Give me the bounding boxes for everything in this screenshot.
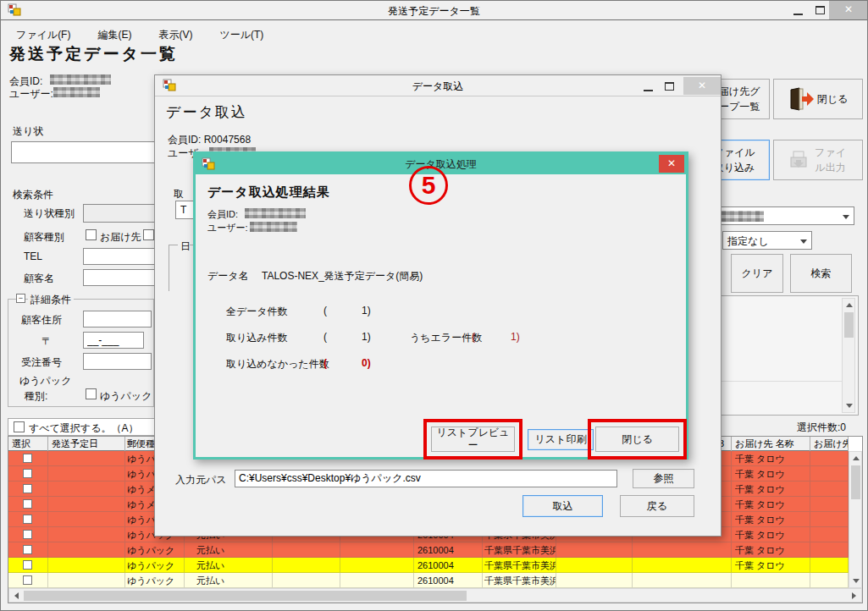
close-button[interactable]: ✕ <box>659 155 684 173</box>
postal-symbol-label: 〒 <box>41 334 52 349</box>
grid-vertical-scrollbar[interactable] <box>849 451 862 588</box>
menu-view[interactable]: 表示(V) <box>158 28 192 42</box>
row-select-cell <box>8 573 48 588</box>
menu-edit[interactable]: 編集(E) <box>97 28 131 42</box>
menu-file[interactable]: ファイル(F) <box>16 28 70 42</box>
error-count-value: 1) <box>511 331 520 343</box>
maximize-button[interactable] <box>665 82 674 91</box>
row-checkbox[interactable] <box>23 454 32 463</box>
table-row[interactable]: ゆうパック 元払い 2610004 千葉県千葉市美浜区 <box>8 573 849 588</box>
scroll-up-icon[interactable] <box>853 456 860 460</box>
payment-cell: 元払い <box>185 542 273 558</box>
search-button[interactable]: 検索 <box>790 254 852 293</box>
close-button[interactable]: ✕ <box>829 1 868 19</box>
menu-bar: ファイル(F) 編集(E) 表示(V) ツール(T) <box>16 28 263 42</box>
panel-scrollbar[interactable] <box>842 298 855 413</box>
user-label: ユーザー: <box>207 222 248 234</box>
cell <box>810 451 849 466</box>
shitei-combo[interactable]: 指定なし <box>722 231 812 250</box>
yupack-checkbox[interactable] <box>86 388 97 399</box>
order-no-input[interactable] <box>83 353 152 370</box>
address-cell: 千葉県千葉市美浜区 <box>483 542 556 558</box>
clear-button[interactable]: クリア <box>731 254 783 293</box>
collapse-icon[interactable]: − <box>16 294 25 303</box>
window-title: 発送予定データ一覧 <box>1 4 867 19</box>
cell <box>633 542 732 558</box>
shitei-combo-value: 指定なし <box>727 234 769 249</box>
table-row[interactable]: ゆうパック 元払い 2610004 千葉県千葉市美浜区 千葉 タロウ <box>8 558 849 573</box>
select-all-checkbox[interactable] <box>14 421 25 432</box>
back-label: 戻る <box>647 500 667 513</box>
chevron-down-icon <box>800 239 807 244</box>
import-button[interactable]: 取込 <box>522 495 603 517</box>
scrollbar-thumb[interactable] <box>24 591 467 601</box>
recipient-cell <box>732 573 810 588</box>
window-close-button[interactable]: 閉じる <box>773 79 863 119</box>
total-count-label: 全データ件数 <box>226 305 288 319</box>
detail-conditions-label: 詳細条件 <box>28 293 74 307</box>
header-recipient-name[interactable]: お届け先 名称 <box>732 437 810 451</box>
delivery-checkbox-label: お届け先 <box>100 230 141 245</box>
browse-button[interactable]: 参照 <box>633 469 694 488</box>
list-print-button[interactable]: リスト印刷 <box>528 429 594 450</box>
input-path-label: 入力元パス <box>175 473 227 487</box>
search-conditions-label: 検索条件 <box>13 188 53 202</box>
header-recipient-next[interactable]: お届け先 <box>810 437 849 451</box>
row-checkbox[interactable] <box>23 575 32 585</box>
table-row[interactable]: ゆうパック 元払い 2610004 千葉県千葉市美浜区 千葉 タロウ <box>8 542 849 558</box>
scroll-right-icon[interactable] <box>852 592 856 599</box>
row-checkbox[interactable] <box>23 515 32 524</box>
order-no-label: 受注番号 <box>21 355 62 370</box>
minimize-button[interactable] <box>793 8 803 15</box>
back-button[interactable]: 戻る <box>620 495 694 517</box>
main-titlebar: 発送予定データ一覧 ✕ <box>1 1 867 20</box>
chevron-down-icon <box>843 215 849 219</box>
failed-count-label: 取り込めなかった件数 <box>226 357 329 372</box>
group-filter-combo[interactable] <box>699 206 854 225</box>
cell <box>633 573 732 588</box>
cell <box>556 573 633 588</box>
customer-address-input[interactable] <box>83 311 152 328</box>
header-select[interactable]: 選択 <box>8 437 48 451</box>
recipient-cell: 千葉 タロウ <box>732 512 810 527</box>
maximize-button[interactable] <box>815 6 825 14</box>
clear-label: クリア <box>742 267 773 280</box>
error-paren: ( <box>472 331 475 343</box>
postal-code-input[interactable] <box>83 332 144 349</box>
failed-paren: ( <box>323 357 327 369</box>
minimize-button[interactable] <box>644 84 653 91</box>
search-label: 検索 <box>811 267 832 280</box>
cell <box>810 542 849 558</box>
menu-tools[interactable]: ツール(T) <box>219 28 263 42</box>
customer-address-label: 顧客住所 <box>21 313 62 328</box>
page-title: 発送予定データ一覧 <box>9 43 178 65</box>
file-export-button: ファイル出力 <box>773 140 863 180</box>
select-all-label: すべて選択する。（A） <box>29 421 138 436</box>
scroll-up-icon[interactable] <box>846 303 853 307</box>
delivery-checkbox[interactable] <box>86 229 97 240</box>
close-button[interactable]: ✕ <box>683 77 721 95</box>
second-customer-checkbox[interactable] <box>143 229 154 240</box>
row-select-cell <box>8 466 48 482</box>
scroll-left-icon[interactable] <box>14 592 19 599</box>
input-path-field[interactable] <box>235 470 617 487</box>
grid-horizontal-scrollbar[interactable] <box>8 588 862 603</box>
cell <box>810 497 849 512</box>
imported-count-value: 1) <box>362 331 371 343</box>
member-id-line: 会員ID: R0047568 <box>168 133 251 147</box>
scrollbar-thumb[interactable] <box>851 465 860 499</box>
mail-type-cell: ゆうパック <box>125 542 185 558</box>
row-checkbox[interactable] <box>23 469 32 478</box>
scroll-down-icon[interactable] <box>846 404 853 408</box>
member-id-label: 会員ID: <box>168 134 201 146</box>
row-checkbox[interactable] <box>23 499 32 509</box>
row-checkbox[interactable] <box>23 545 32 554</box>
ship-date-cell <box>48 558 125 573</box>
member-id-redacted <box>245 208 306 218</box>
row-checkbox[interactable] <box>23 560 32 570</box>
scrollbar-thumb[interactable] <box>844 312 854 338</box>
row-checkbox[interactable] <box>23 530 32 539</box>
scroll-down-icon[interactable] <box>853 579 860 583</box>
row-checkbox[interactable] <box>23 484 32 493</box>
header-ship-date[interactable]: 発送予定日 <box>48 437 125 451</box>
